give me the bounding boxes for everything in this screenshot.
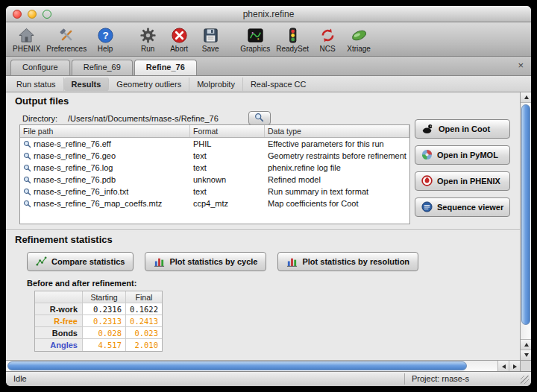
scroll-right-button[interactable] — [509, 361, 520, 372]
app-window: phenix.refine PHENIX Preferences ? Help — [6, 6, 531, 386]
table-row[interactable]: rnase-s_refine_76_info.txt text Run summ… — [20, 186, 409, 197]
arrow-right-icon — [513, 364, 517, 369]
open-in-phenix-button[interactable]: Open in PHENIX — [415, 171, 510, 191]
ncs-rotate-icon — [319, 26, 336, 45]
toolbar-button-preferences[interactable]: Preferences — [43, 25, 90, 54]
table-row[interactable]: rnase-s_refine_76.eff PHIL Effective par… — [20, 138, 409, 150]
status-divider — [404, 373, 405, 385]
plot-by-cycle-button[interactable]: Plot statistics by cycle — [145, 252, 266, 271]
subtab-results[interactable]: Results — [64, 78, 110, 91]
horizontal-scrollbar[interactable] — [6, 360, 520, 371]
title-bar[interactable]: phenix.refine — [6, 6, 531, 22]
toolbar-button-phenix[interactable]: PHENIX — [10, 25, 43, 54]
stats-header-row: Starting Final — [35, 291, 162, 303]
column-format[interactable]: Format — [190, 125, 265, 137]
vertical-scrollbar[interactable] — [520, 92, 531, 360]
column-final: Final — [126, 291, 162, 303]
table-row[interactable]: rnase-s_refine_76_map_coeffs.mtz ccp4_mt… — [20, 197, 409, 209]
subtab-run-status[interactable]: Run status — [9, 78, 64, 91]
scroll-up-button[interactable] — [521, 92, 531, 103]
toolbar-button-abort[interactable]: Abort — [163, 25, 195, 54]
home-icon — [18, 26, 35, 45]
file-format: ccp4_mtz — [190, 199, 265, 208]
open-in-pymol-button[interactable]: Open in PyMOL — [415, 145, 510, 165]
compare-statistics-button[interactable]: Compare statistics — [27, 252, 134, 271]
table-row[interactable]: rnase-s_refine_76.geo text Geometry rest… — [20, 150, 409, 162]
arrow-up-icon — [524, 343, 529, 347]
file-name: rnase-s_refine_76.log — [34, 163, 113, 172]
minimize-window-button[interactable] — [28, 10, 37, 19]
open-in-coot-button[interactable]: Open in Coot — [415, 119, 510, 139]
column-starting: Starting — [83, 291, 126, 303]
table-row[interactable]: rnase-s_refine_76.pdb unknown Refined mo… — [20, 174, 409, 186]
row-label: Angles — [35, 339, 83, 351]
toolbar-button-run[interactable]: Run — [132, 25, 163, 54]
file-name: rnase-s_refine_76.eff — [34, 139, 111, 148]
xtriage-icon — [351, 26, 368, 45]
toolbar-button-xtriage[interactable]: Xtriage — [343, 25, 374, 54]
file-format: text — [190, 187, 265, 196]
final-value: 0.1622 — [126, 303, 162, 315]
search-icon — [23, 152, 31, 160]
sequence-viewer-button[interactable]: Sequence viewer — [415, 197, 510, 217]
scroll-up-button[interactable] — [521, 339, 531, 350]
results-panel: Output files Directory: /Users/nat/Docum… — [6, 92, 531, 371]
close-window-button[interactable] — [13, 10, 22, 19]
button-label: Plot statistics by cycle — [169, 257, 257, 266]
toolbar-label: Xtriage — [347, 45, 371, 53]
toolbar-label: Graphics — [240, 45, 270, 53]
stats-row-angles: Angles 4.517 2.010 — [35, 339, 162, 351]
search-icon — [254, 113, 264, 124]
search-icon — [23, 200, 31, 208]
tab-refine-69[interactable]: Refine_69 — [72, 60, 133, 75]
table-row[interactable]: rnase-s_refine_76.log text phenix.refine… — [20, 162, 409, 174]
directory-path: /Users/nat/Documents/rnase-s/Refine_76 — [68, 114, 219, 123]
statistics-buttons: Compare statistics Plot statistics by cy… — [27, 252, 418, 271]
resize-grip[interactable] — [521, 376, 529, 384]
scroll-left-button[interactable] — [497, 361, 509, 372]
svg-text:?: ? — [102, 30, 108, 41]
tab-refine-76[interactable]: Refine_76 — [134, 60, 197, 75]
vertical-scroll-thumb[interactable] — [521, 104, 530, 325]
button-label: Compare statistics — [51, 257, 125, 266]
section-divider — [6, 230, 520, 231]
subtab-molprobity[interactable]: Molprobity — [189, 78, 243, 91]
window-title: phenix.refine — [243, 9, 295, 19]
window-controls — [13, 10, 51, 19]
horizontal-scroll-thumb[interactable] — [7, 361, 467, 370]
starting-value: 4.517 — [83, 339, 126, 351]
save-icon — [202, 26, 219, 45]
project-label: Project: rnase-s — [412, 374, 469, 383]
status-text: Idle — [13, 374, 27, 383]
final-value: 0.2413 — [126, 315, 162, 327]
toolbar-button-save[interactable]: Save — [195, 25, 226, 54]
toolbar-button-help[interactable]: ? Help — [90, 25, 121, 54]
toolbar-label: Preferences — [46, 45, 87, 53]
browse-directory-button[interactable] — [248, 111, 271, 125]
toolbar-button-readyset[interactable]: ReadySet — [273, 25, 312, 54]
subtab-geometry-outliers[interactable]: Geometry outliers — [109, 78, 189, 91]
tab-configure[interactable]: Configure — [10, 60, 70, 75]
coot-bird-icon — [421, 123, 434, 136]
toolbar-button-graphics[interactable]: Graphics — [237, 25, 273, 54]
file-format: text — [190, 151, 265, 160]
column-file-path[interactable]: File path — [20, 125, 190, 137]
button-label: Open in Coot — [439, 124, 490, 133]
toolbar-label: Run — [141, 45, 154, 53]
toolbar-button-ncs[interactable]: NCS — [312, 25, 343, 54]
search-icon — [23, 176, 31, 184]
run-tab-bar: Configure Refine_69 Refine_76 × — [6, 57, 531, 76]
plot-by-resolution-button[interactable]: Plot statistics by resolution — [277, 252, 418, 271]
button-label: Plot statistics by resolution — [302, 257, 409, 266]
zoom-window-button[interactable] — [43, 10, 51, 19]
button-label: Sequence viewer — [437, 203, 503, 212]
abort-icon — [171, 26, 188, 45]
scrollbar-corner — [520, 360, 531, 371]
close-tab-button[interactable]: × — [515, 60, 526, 70]
file-data-type: Map coefficients for Coot — [265, 199, 409, 208]
column-data-type[interactable]: Data type — [265, 125, 409, 137]
stats-row-rwork: R-work 0.2316 0.1622 — [35, 303, 162, 315]
subtab-real-space-cc[interactable]: Real-space CC — [243, 78, 314, 91]
scroll-down-button[interactable] — [521, 350, 531, 360]
stats-corner-cell — [35, 291, 83, 303]
